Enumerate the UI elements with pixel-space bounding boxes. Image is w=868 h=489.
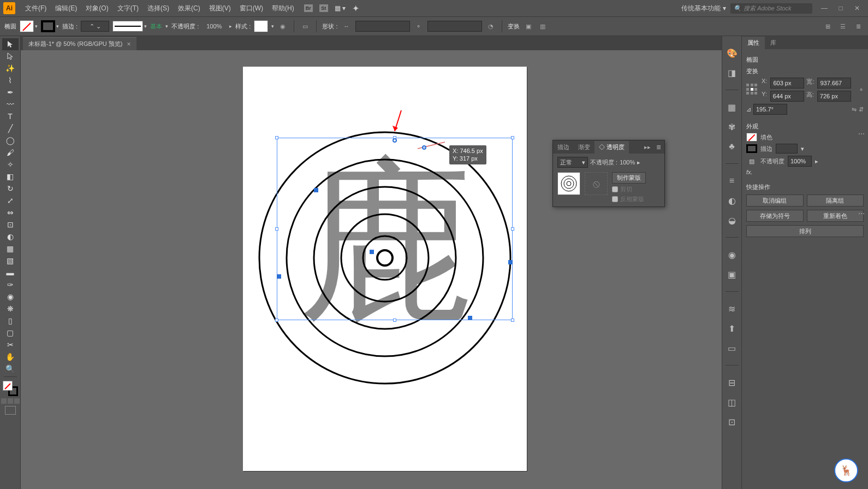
eraser-tool[interactable]: ◧ [2,170,19,182]
bridge-icon[interactable]: Br [304,4,313,12]
perspective-tool[interactable]: ▦ [2,243,19,255]
ellipse-anchor[interactable] [508,260,513,264]
transparency-icon[interactable]: ◒ [726,214,738,226]
fx-button[interactable]: fx. [746,169,753,175]
fp-menu-icon[interactable]: ≣ [653,144,664,151]
free-transform-tool[interactable]: ⊡ [2,219,19,231]
symbol-sprayer-tool[interactable]: ❋ [2,303,19,315]
blend-mode-select[interactable]: 正常 ▾ [557,157,588,168]
stroke-weight-input[interactable]: ⌃ ⌄ [81,21,109,32]
color-mode-buttons[interactable] [1,398,20,404]
asset-export-icon[interactable]: ⬆ [726,322,738,334]
window-close[interactable]: ✕ [849,3,865,14]
artboards-icon[interactable]: ▭ [726,342,738,354]
opacity-value[interactable]: 100% [788,156,812,167]
document-tab[interactable]: 未标题-1* @ 50% (RGB/GPU 预览) × [23,37,136,50]
rotate-tool[interactable]: ↻ [2,182,19,195]
ungroup-icon[interactable]: ▥ [537,21,548,32]
opacity-thumb[interactable] [557,172,580,195]
shape-width-icon[interactable]: ↔ [341,21,352,32]
y-input[interactable]: 644 px [770,91,804,102]
curvature-tool[interactable]: 〰 [2,98,19,110]
gradient-panel-icon[interactable]: ◐ [726,195,738,207]
artboard[interactable]: 鹿 [243,67,527,471]
workspace-switcher[interactable]: 传统基本功能▾ [677,4,730,13]
graph-tool[interactable]: ▯ [2,315,19,327]
fill-color[interactable] [746,133,757,142]
w-input[interactable]: 937.667 [817,78,851,89]
constrain-icon[interactable]: ⚬ [859,86,864,93]
appearance-icon[interactable]: ◉ [726,249,738,261]
brush-def[interactable]: 基本 [150,22,162,31]
stroke-color[interactable] [746,144,757,153]
isolate-icon[interactable]: ▣ [523,21,534,32]
transparency-panel[interactable]: 描边 渐变 ◇ 透明度 ▸▸ ≣ 正常 ▾ 不透明度 : 100% ▸ [552,140,665,207]
symbols-icon[interactable]: ♣ [726,140,738,152]
pie-widget[interactable] [422,145,426,150]
slice-tool[interactable]: ✂ [2,339,19,351]
blend-tool[interactable]: ◉ [2,291,19,303]
type-tool[interactable]: T [2,110,19,122]
stroke-panel-icon[interactable]: ≡ [726,175,738,187]
fill-stroke-swatch[interactable] [3,381,18,396]
transform-icon[interactable]: ⊡ [726,416,738,428]
flip-h-icon[interactable]: ⇋ [852,106,857,113]
x-input[interactable]: 603 px [770,78,804,89]
doc-setup-icon[interactable]: ⊞ [822,21,833,32]
fp-collapse-icon[interactable]: ▸▸ [642,144,653,151]
lasso-tool[interactable]: ⌇ [2,74,19,86]
ellipse-anchor[interactable] [393,138,397,143]
ellipse-anchor[interactable] [277,274,281,279]
qa-arrange[interactable]: 排列 [746,225,864,237]
magic-wand-tool[interactable]: ✨ [2,62,19,74]
stroke-weight[interactable] [776,144,798,154]
fp-opacity-input[interactable]: 100% [620,159,635,166]
shaper-tool[interactable]: ✧ [2,158,19,170]
pen-tool[interactable]: ✒ [2,86,19,98]
menu-select[interactable]: 选择(S) [143,4,174,13]
menu-view[interactable]: 视图(V) [205,4,235,13]
reference-point[interactable] [746,84,758,96]
flip-v-icon[interactable]: ⇵ [859,106,864,113]
menu-file[interactable]: 文件(F) [21,4,51,13]
opacity-input[interactable]: 100% [202,23,226,30]
shape-height-input[interactable] [427,21,482,32]
stock-icon[interactable]: St [319,4,328,12]
stroke-profile[interactable] [112,21,143,32]
width-tool[interactable]: ⇔ [2,207,19,219]
selection-tool[interactable] [2,38,19,50]
graphic-styles-icon[interactable]: ▣ [726,268,738,280]
menu-edit[interactable]: 编辑(E) [51,4,81,13]
fp-tab-stroke[interactable]: 描边 [553,141,574,154]
shape-builder-tool[interactable]: ◐ [2,231,19,243]
graphic-style-swatch[interactable] [254,20,268,32]
qa-save-symbol[interactable]: 存储为符号 [746,210,804,222]
close-tab-icon[interactable]: × [127,40,131,48]
ellipse-anchor[interactable] [468,316,472,320]
window-minimize[interactable]: — [817,3,832,14]
window-maximize[interactable]: □ [833,3,848,14]
line-tool[interactable]: ╱ [2,122,19,134]
fill-swatch[interactable] [20,20,34,32]
qa-ungroup[interactable]: 取消编组 [746,195,804,207]
library-tab[interactable]: 库 [765,37,782,49]
shape-link-icon[interactable]: ⚬ [413,21,424,32]
gpu-icon[interactable]: ✦ [352,3,359,14]
menu-object[interactable]: 对象(O) [81,4,112,13]
menu-help[interactable]: 帮助(H) [267,4,299,13]
angle-input[interactable]: 195.7° [753,104,787,115]
make-mask-button[interactable]: 制作蒙版 [612,172,646,184]
qa-isolate[interactable]: 隔离组 [807,195,864,207]
screen-mode[interactable] [5,406,16,415]
search-input[interactable]: 🔍 搜索 Adobe Stock [730,3,812,14]
shape-width-input[interactable] [355,21,410,32]
color-guide-icon[interactable]: ◨ [726,67,738,79]
color-panel-icon[interactable]: 🎨 [726,47,738,59]
prefs-icon[interactable]: ☰ [837,21,848,32]
ellipse-anchor[interactable] [370,250,374,254]
gradient-tool[interactable]: ▬ [2,267,19,279]
artboard-tool[interactable]: ▢ [2,327,19,339]
transform-more[interactable]: ⋯ [858,130,865,138]
pathfinder-icon[interactable]: ◫ [726,396,738,408]
paintbrush-tool[interactable]: 🖌 [2,146,19,158]
